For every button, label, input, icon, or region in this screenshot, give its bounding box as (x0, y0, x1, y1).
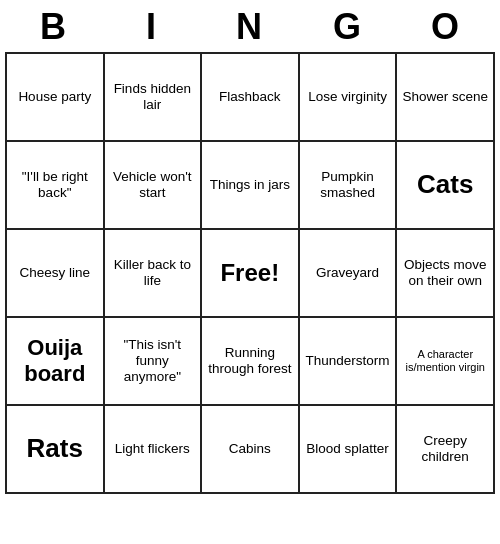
title-n: N (201, 6, 299, 48)
cell-r1-c0[interactable]: "I'll be right back" (6, 141, 104, 229)
title-i: I (103, 6, 201, 48)
cell-r0-c2[interactable]: Flashback (201, 53, 299, 141)
cell-r2-c3[interactable]: Graveyard (299, 229, 397, 317)
cell-r3-c4[interactable]: A character is/mention virgin (396, 317, 494, 405)
cell-r2-c4[interactable]: Objects move on their own (396, 229, 494, 317)
cell-r4-c3[interactable]: Blood splatter (299, 405, 397, 493)
cell-r1-c3[interactable]: Pumpkin smashed (299, 141, 397, 229)
cell-r3-c1[interactable]: "This isn't funny anymore" (104, 317, 201, 405)
title-b: B (5, 6, 103, 48)
title-g: G (299, 6, 397, 48)
cell-r4-c1[interactable]: Light flickers (104, 405, 201, 493)
cell-r1-c4[interactable]: Cats (396, 141, 494, 229)
bingo-grid: House partyFinds hidden lairFlashbackLos… (5, 52, 495, 494)
cell-r0-c3[interactable]: Lose virginity (299, 53, 397, 141)
cell-r1-c2[interactable]: Things in jars (201, 141, 299, 229)
title-o: O (397, 6, 495, 48)
cell-r2-c2[interactable]: Free! (201, 229, 299, 317)
cell-r0-c4[interactable]: Shower scene (396, 53, 494, 141)
cell-r3-c3[interactable]: Thunderstorm (299, 317, 397, 405)
cell-r3-c0[interactable]: Ouija board (6, 317, 104, 405)
cell-r0-c0[interactable]: House party (6, 53, 104, 141)
cell-r4-c4[interactable]: Creepy children (396, 405, 494, 493)
cell-r4-c0[interactable]: Rats (6, 405, 104, 493)
cell-r1-c1[interactable]: Vehicle won't start (104, 141, 201, 229)
cell-r2-c1[interactable]: Killer back to life (104, 229, 201, 317)
cell-r4-c2[interactable]: Cabins (201, 405, 299, 493)
cell-r3-c2[interactable]: Running through forest (201, 317, 299, 405)
bingo-title: B I N G O (5, 0, 495, 52)
cell-r2-c0[interactable]: Cheesy line (6, 229, 104, 317)
cell-r0-c1[interactable]: Finds hidden lair (104, 53, 201, 141)
